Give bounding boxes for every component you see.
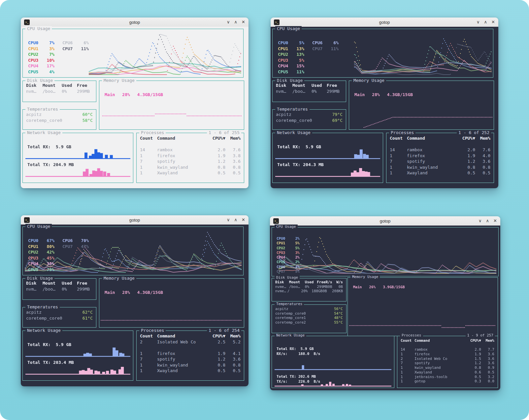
panel-title: Memory Usage: [102, 276, 136, 281]
close-icon[interactable]: ✕: [242, 18, 245, 27]
process-row[interactable]: 2Isolated Web Co2.55.2: [140, 339, 241, 345]
process-row[interactable]: 1gotop0.30.0: [401, 379, 494, 384]
process-row[interactable]: [140, 345, 241, 351]
network-tx-rate: [277, 168, 290, 173]
memory-chart: [99, 81, 244, 129]
disk-usage-panel: Disk Usage DiskMountUsedFreenvm…/boo…0%2…: [22, 278, 96, 300]
process-header: CountCommandCPU%▼Mem%: [140, 135, 241, 141]
network-chart: [273, 133, 383, 183]
process-row[interactable]: [401, 343, 494, 348]
network-usage-panel: Network Usage Total RX: 5.9 GB Total TX:…: [272, 133, 383, 183]
window-title: gotop: [21, 20, 248, 25]
process-table: CountCommandCPU%▼Mem% 14rambox2.07.61fir…: [137, 133, 244, 176]
process-row[interactable]: 1kwin_wayland0.80.8: [140, 164, 241, 170]
cpu-legend-item: CPU711%: [312, 46, 339, 52]
terminal-content: CPU Usage CPU05%CPU113%CPU213%CPU35%CPU4…: [271, 27, 498, 188]
minimize-icon[interactable]: ∨: [477, 18, 480, 27]
maximize-icon[interactable]: ∧: [486, 216, 489, 226]
cpu-legend-item: CPU13%: [28, 46, 54, 52]
cpu-legend-item: CPU42%: [277, 255, 300, 260]
process-row[interactable]: 7spotify1.23.6: [390, 158, 490, 164]
memory-percent: 28%: [372, 92, 380, 97]
disk-row: nvme…/boo…0%299MB0B0B: [275, 285, 343, 289]
process-row[interactable]: 7spotify1.23.6: [401, 361, 494, 366]
network-rx-total: Total RX: 5.9 GB: [277, 347, 314, 351]
cpu-legend-item: CPU25%: [277, 246, 300, 251]
process-table: CountCommandCPU%▼Mem% 14rambox2.07.71fir…: [397, 336, 498, 384]
temperature-row: coretemp_core255°C: [275, 320, 343, 325]
maximize-icon[interactable]: ∧: [234, 18, 238, 27]
process-header: CountCommandCPU%▼Mem%: [401, 338, 494, 343]
cpu-legend: CPU07%CPU13%CPU27%CPU310%CPU417%CPU54%CP…: [28, 40, 89, 75]
minimize-icon[interactable]: ∨: [227, 18, 230, 27]
window-titlebar[interactable]: >_ gotop ∨ ∧ ✕: [21, 18, 248, 27]
process-row[interactable]: 2Isolated Web Co1.53.6: [401, 357, 494, 361]
cpu-legend-item: CPU54%: [28, 69, 54, 75]
process-row[interactable]: [390, 141, 490, 147]
close-icon[interactable]: ✕: [242, 215, 245, 225]
process-row[interactable]: 7spotify1.23.6: [140, 158, 241, 164]
process-row[interactable]: 1firefox1.94.1: [140, 351, 241, 357]
process-row[interactable]: 1firefox1.93.8: [140, 153, 241, 159]
minimize-icon[interactable]: ∨: [227, 215, 230, 225]
panel-title: Temperatures: [25, 304, 60, 309]
processes-panel: Processes 1 - 6 of 252 CountCommandCPU%▼…: [386, 133, 494, 183]
window-controls: ∨ ∧ ✕: [227, 18, 245, 27]
close-icon[interactable]: ✕: [491, 18, 495, 27]
minimize-icon[interactable]: ∨: [479, 216, 482, 226]
terminal-content: CPU Usage CPU07%CPU13%CPU27%CPU310%CPU41…: [21, 27, 248, 188]
process-row[interactable]: 1jetbrains-toolb0.53.2: [401, 375, 494, 379]
disk-header: DiskMountUsedFree: [276, 83, 343, 88]
cpu-legend-item: CPU242%: [28, 250, 54, 256]
process-row[interactable]: 1Xwayland0.50.5: [390, 170, 490, 176]
panel-title: Network Usage: [25, 130, 62, 135]
memory-usage-panel: Memory Usage Main28%4.3GB/15GB: [349, 81, 494, 130]
cpu-legend-item: CPU27%: [28, 52, 54, 58]
process-row[interactable]: 7spotify1.23.6: [140, 356, 241, 362]
temperature-row: coretemp_core054°C: [275, 311, 343, 316]
cpu-legend-item: CPU417%: [28, 63, 54, 69]
cpu-legend-item: CPU310%: [28, 58, 54, 64]
process-row[interactable]: 1Xwayland0.60.5: [401, 370, 494, 375]
process-row[interactable]: 14rambox2.07.7: [401, 347, 494, 352]
memory-label: Main: [105, 92, 115, 97]
process-row[interactable]: 1Xwayland0.50.5: [140, 170, 241, 176]
network-tx-total: Total TX: 202.6 MB: [277, 374, 316, 379]
gotop-window-1: >_ gotop ∨ ∧ ✕ CPU Usage CPU07%CPU13%CPU…: [21, 18, 248, 188]
process-table: CountCommandCPU%▼Mem%2Isolated Web Co2.5…: [137, 331, 244, 374]
process-row[interactable]: 1firefox1.93.6: [401, 352, 494, 357]
cpu-legend-item: CPU52%: [277, 260, 300, 264]
process-row[interactable]: 14rambox2.07.6: [390, 147, 490, 153]
process-row[interactable]: 1kwin_wayland0.80.8: [140, 362, 241, 368]
panel-title: Network Usage: [25, 328, 62, 333]
maximize-icon[interactable]: ∧: [484, 18, 487, 27]
process-row[interactable]: 1kwin_wayland0.80.9: [401, 366, 494, 370]
process-row[interactable]: 1Xwayland0.50.5: [140, 368, 241, 374]
cpu-legend-item: CPU180%: [28, 244, 54, 250]
network-rx-rate: [27, 150, 40, 155]
close-icon[interactable]: ✕: [493, 216, 497, 226]
network-tx-total: Total TX: 203.4 MB: [27, 360, 74, 365]
processes-panel: Processes 1 - 6 of 254 CountCommandCPU%▼…: [136, 331, 244, 381]
cpu-legend-item: CPU711%: [62, 46, 89, 52]
network-chart: [23, 133, 133, 183]
window-title: gotop: [21, 218, 248, 223]
cpu-legend-item: CPU05%: [278, 40, 304, 46]
process-row[interactable]: 1kwin_wayland0.80.8: [390, 164, 490, 170]
disk-header: DiskMountUsedFree: [26, 83, 93, 88]
window-titlebar[interactable]: >_ gotop ∨ ∧ ✕: [271, 18, 498, 27]
process-row[interactable]: 14rambox2.07.6: [140, 147, 241, 153]
process-row[interactable]: [140, 141, 241, 147]
window-titlebar[interactable]: >_ gotop ∨ ∧ ✕: [270, 216, 500, 226]
panel-title: CPU Usage: [25, 224, 52, 229]
maximize-icon[interactable]: ∧: [234, 215, 238, 225]
cpu-legend-item: CPU579%: [28, 267, 54, 273]
memory-usage-panel: Memory Usage Main26%3.9GB/15GB: [347, 277, 498, 336]
processes-panel: Processes 1 - 6 of 255 CountCommandCPU%▼…: [136, 133, 244, 183]
disk-header: DiskMountUsedFreeR/sW/s: [275, 280, 343, 285]
memory-readout: Main28%4.3GB/15GB: [105, 290, 170, 295]
process-row[interactable]: 1firefox1.94.0: [390, 153, 490, 159]
disk-usage-panel: Disk Usage DiskMountUsedFreenvm…/boo…0%2…: [22, 81, 96, 102]
panel-title: Temperatures: [25, 107, 60, 112]
window-titlebar[interactable]: >_ gotop ∨ ∧ ✕: [21, 215, 248, 225]
